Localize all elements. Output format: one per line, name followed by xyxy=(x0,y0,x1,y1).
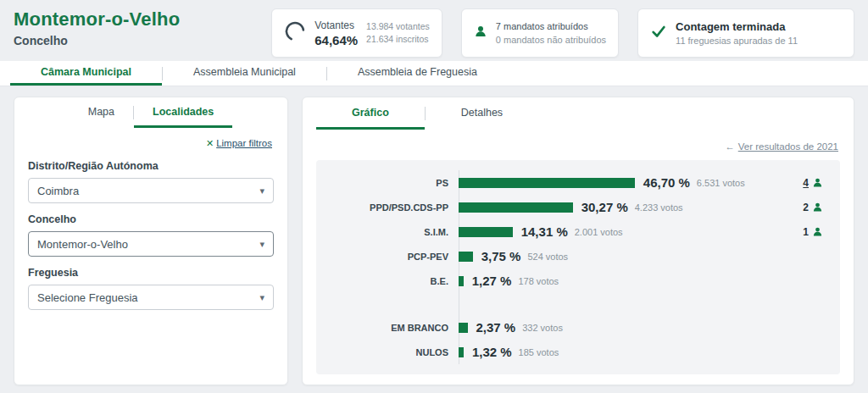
votes-count: 332 votos xyxy=(522,323,563,333)
filters-panel: Mapa Localidades ✕Limpar filtros Distrit… xyxy=(14,97,288,385)
party-label: EM BRANCO xyxy=(330,323,459,333)
mandates-cell[interactable]: 4 xyxy=(803,177,826,189)
contagem-card: Contagem terminada 11 freguesias apurada… xyxy=(637,8,854,58)
party-label: S.I.M. xyxy=(330,227,459,237)
x-icon: ✕ xyxy=(206,138,214,149)
tab-grafico[interactable]: Gráfico xyxy=(316,97,425,130)
percent-value: 1,32 % xyxy=(472,345,512,359)
check-icon xyxy=(650,23,667,43)
organ-tabs: Câmara Municipal Assembleia Municipal As… xyxy=(0,61,868,86)
chart-row: B.E.1,27 %178 votos xyxy=(330,270,826,291)
result-bar xyxy=(459,276,464,286)
results-tabs: Gráfico Detalhes xyxy=(316,97,840,130)
mandate-count: 1 xyxy=(803,226,809,238)
filters-tabs: Mapa Localidades xyxy=(28,97,274,128)
party-label: PS xyxy=(330,178,459,188)
tab-assembleia-municipal[interactable]: Assembleia Municipal xyxy=(163,61,326,86)
mandates-cell: 1 xyxy=(803,226,826,238)
votes-count: 6.531 votos xyxy=(697,178,745,188)
mandatos-nao-atribuidos: 0 mandatos não atribuídos xyxy=(496,33,606,47)
chevron-down-icon: ▾ xyxy=(259,292,264,303)
mandates-cell: 2 xyxy=(803,202,826,213)
mandatos-card: 7 mandatos atribuídos 0 mandatos não atr… xyxy=(461,8,619,58)
result-bar xyxy=(459,252,473,262)
main-content: Mapa Localidades ✕Limpar filtros Distrit… xyxy=(0,86,868,393)
clear-filters-label: Limpar filtros xyxy=(216,138,272,148)
mandate-count: 4 xyxy=(803,177,809,189)
page-title: Montemor-o-Velho xyxy=(14,8,180,30)
inscritos-count: 21.634 inscritos xyxy=(366,33,430,46)
percent-value: 1,27 % xyxy=(472,274,512,288)
results-chart: PS46,70 %6.531 votos4PPD/PSD.CDS-PP30,27… xyxy=(316,160,840,374)
left-arrow-icon: ← xyxy=(725,141,735,152)
votes-count: 185 votos xyxy=(519,347,559,357)
results-panel: Gráfico Detalhes ←Ver resultados de 2021… xyxy=(302,97,854,385)
party-label: PCP-PEV xyxy=(330,252,459,262)
tab-camara-municipal[interactable]: Câmara Municipal xyxy=(10,61,162,86)
chart-row: PS46,70 %6.531 votos4 xyxy=(330,172,826,193)
concelho-select[interactable]: Montemor-o-Velho ▾ xyxy=(28,231,274,257)
votes-count: 4.233 votos xyxy=(635,202,683,213)
person-icon xyxy=(812,202,823,213)
person-icon xyxy=(812,226,823,237)
contagem-title: Contagem terminada xyxy=(676,20,798,33)
votantes-card: Votantes 64,64% 13.984 votantes 21.634 i… xyxy=(271,8,442,58)
result-bar xyxy=(459,178,635,188)
result-bar xyxy=(459,347,464,357)
mandatos-atribuidos: 7 mandatos atribuídos xyxy=(496,19,606,34)
percent-value: 30,27 % xyxy=(581,200,628,214)
votantes-label: Votantes xyxy=(314,19,358,31)
chart-row: NULOS1,32 %185 votos xyxy=(330,341,826,363)
tab-localidades[interactable]: Localidades xyxy=(134,97,232,128)
chevron-down-icon: ▾ xyxy=(259,239,264,250)
contagem-subtitle: 11 freguesias apuradas de 11 xyxy=(676,36,798,46)
chart-row: PCP-PEV3,75 %524 votos xyxy=(330,246,826,267)
votantes-count: 13.984 votantes xyxy=(366,20,430,33)
party-label: PPD/PSD.CDS-PP xyxy=(330,202,459,213)
freguesia-label: Freguesia xyxy=(28,267,274,279)
chart-row: S.I.M.14,31 %2.001 votos1 xyxy=(330,221,826,242)
page-header: Montemor-o-Velho Concelho Votantes 64,64… xyxy=(0,0,868,61)
clear-filters-link[interactable]: ✕Limpar filtros xyxy=(206,138,272,148)
distrito-label: Distrito/Região Autónoma xyxy=(28,160,274,172)
tab-detalhes[interactable]: Detalhes xyxy=(426,97,538,130)
percent-value: 14,31 % xyxy=(521,224,568,239)
chart-row: EM BRANCO2,37 %332 votos xyxy=(330,317,826,338)
party-label: NULOS xyxy=(330,347,459,357)
result-bar xyxy=(459,202,573,213)
distrito-value: Coimbra xyxy=(37,185,79,197)
stat-cards: Votantes 64,64% 13.984 votantes 21.634 i… xyxy=(271,8,854,58)
distrito-select[interactable]: Coimbra ▾ xyxy=(28,178,274,203)
tab-mapa[interactable]: Mapa xyxy=(70,97,133,128)
title-block: Montemor-o-Velho Concelho xyxy=(14,8,180,47)
votes-count: 524 votos xyxy=(527,252,568,262)
chart-row: PPD/PSD.CDS-PP30,27 %4.233 votos2 xyxy=(330,196,826,218)
chart-gap xyxy=(330,295,826,317)
concelho-value: Montemor-o-Velho xyxy=(37,238,128,251)
votes-count: 2.001 votos xyxy=(575,227,623,237)
percent-value: 2,37 % xyxy=(476,320,516,335)
freguesia-select[interactable]: Selecione Freguesia ▾ xyxy=(28,285,274,310)
percent-value: 3,75 % xyxy=(481,249,521,263)
person-icon xyxy=(812,177,823,188)
freguesia-value: Selecione Freguesia xyxy=(37,291,138,304)
bar-chart: PS46,70 %6.531 votos4PPD/PSD.CDS-PP30,27… xyxy=(330,172,826,363)
tab-assembleia-freguesia[interactable]: Assembleia de Freguesia xyxy=(327,61,508,86)
percent-value: 46,70 % xyxy=(643,175,690,190)
page-subtitle: Concelho xyxy=(14,34,180,47)
results-2021-link[interactable]: ←Ver resultados de 2021 xyxy=(725,141,838,152)
result-bar xyxy=(459,323,468,333)
party-label: B.E. xyxy=(330,276,459,286)
votes-count: 178 votos xyxy=(518,276,559,286)
progress-ring-icon xyxy=(284,20,306,46)
votantes-percent: 64,64% xyxy=(314,33,358,47)
person-icon xyxy=(474,25,487,42)
result-bar xyxy=(459,227,513,237)
mandate-count: 2 xyxy=(803,202,809,213)
results-2021-label: Ver resultados de 2021 xyxy=(738,141,838,152)
concelho-label: Concelho xyxy=(28,213,274,225)
chevron-down-icon: ▾ xyxy=(259,185,264,196)
